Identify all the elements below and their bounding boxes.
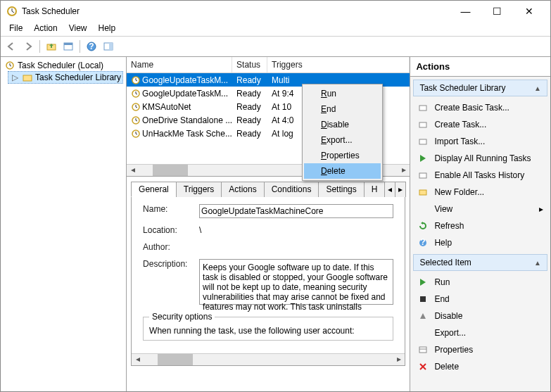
action-label: Enable All Tasks History	[434, 170, 524, 180]
action-icon	[417, 186, 429, 198]
menu-view[interactable]: View	[63, 22, 93, 36]
context-menu-run[interactable]: Run	[304, 86, 381, 101]
tree-library[interactable]: ▷ Task Scheduler Library	[8, 71, 123, 84]
list-header: Name Status Triggers	[127, 57, 410, 73]
tab-history[interactable]: H	[364, 182, 386, 197]
action-label: Disable	[434, 311, 462, 321]
task-name: GoogleUpdateTaskM...	[142, 89, 228, 99]
col-name[interactable]: Name	[127, 57, 232, 72]
chevron-right-icon: ▸	[539, 204, 543, 214]
action-icon	[417, 310, 429, 322]
actions-section-selected[interactable]: Selected Item ▲	[413, 254, 547, 271]
context-menu-delete[interactable]: Delete	[304, 163, 381, 179]
col-status[interactable]: Status	[232, 57, 267, 72]
detail-horizontal-scrollbar[interactable]: ◂▸	[132, 353, 405, 365]
action-icon	[417, 203, 429, 215]
close-button[interactable]: ✕	[513, 1, 545, 21]
tab-scroll-left[interactable]: ◂	[384, 182, 395, 197]
action-icon	[417, 102, 429, 113]
action-import-task-[interactable]: Import Task...	[413, 133, 547, 150]
clock-icon	[131, 129, 141, 139]
help-icon[interactable]: ?	[84, 39, 99, 54]
col-triggers[interactable]: Triggers	[267, 57, 410, 72]
action-label: Create Task...	[434, 120, 486, 129]
svg-rect-23	[419, 347, 426, 353]
name-field[interactable]	[199, 204, 393, 218]
tree-root[interactable]: Task Scheduler (Local)	[4, 60, 123, 71]
tab-settings[interactable]: Settings	[318, 182, 364, 197]
context-menu: RunEndDisableExport...PropertiesDelete	[302, 84, 383, 181]
tab-conditions[interactable]: Conditions	[264, 182, 319, 197]
action-label: Import Task...	[434, 137, 485, 146]
action-run[interactable]: Run	[413, 274, 547, 291]
minimize-button[interactable]: —	[450, 1, 481, 21]
tab-actions[interactable]: Actions	[221, 182, 264, 197]
expand-icon[interactable]: ▷	[10, 72, 20, 82]
folder-icon	[23, 72, 32, 82]
task-name: KMSAutoNet	[142, 102, 191, 112]
menu-help[interactable]: Help	[93, 22, 122, 36]
action-label: Create Basic Task...	[434, 103, 509, 113]
location-label: Location:	[143, 225, 199, 235]
pane-icon-1[interactable]	[61, 39, 76, 54]
description-label: Description:	[143, 259, 199, 269]
clock-icon	[5, 61, 15, 70]
action-disable[interactable]: Disable	[413, 308, 547, 324]
action-help[interactable]: ?Help	[413, 234, 547, 251]
svg-rect-9	[23, 75, 32, 81]
description-field[interactable]: Keeps your Google software up to date. I…	[199, 259, 393, 305]
task-name: UnHackMe Task Sche...	[142, 129, 232, 139]
action-display-all-running-tasks[interactable]: Display All Running Tasks	[413, 150, 547, 167]
menu-file[interactable]: File	[4, 22, 28, 36]
task-name: OneDrive Standalone ...	[142, 115, 232, 125]
tab-triggers[interactable]: Triggers	[176, 182, 222, 197]
context-menu-disable[interactable]: Disable	[304, 117, 381, 132]
forward-button[interactable]	[20, 39, 36, 54]
action-icon	[417, 220, 429, 232]
maximize-button[interactable]: ☐	[481, 1, 513, 21]
task-status: Ready	[232, 128, 267, 139]
action-new-folder-[interactable]: New Folder...	[413, 184, 547, 201]
action-enable-all-tasks-history[interactable]: Enable All Tasks History	[413, 167, 547, 184]
tree-library-label: Task Scheduler Library	[35, 72, 121, 82]
action-refresh[interactable]: Refresh	[413, 217, 547, 234]
folder-up-icon[interactable]	[44, 39, 59, 54]
toolbar: ?	[1, 36, 550, 57]
action-label: Refresh	[434, 221, 464, 231]
pane-icon-2[interactable]	[101, 39, 116, 54]
actions-section-library[interactable]: Task Scheduler Library ▲	[413, 80, 547, 96]
back-button[interactable]	[4, 39, 19, 54]
action-end[interactable]: End	[413, 291, 547, 308]
action-icon	[417, 361, 429, 372]
action-export-[interactable]: Export...	[413, 324, 547, 341]
action-create-basic-task-[interactable]: Create Basic Task...	[413, 99, 547, 116]
title-bar: Task Scheduler — ☐ ✕	[1, 1, 550, 22]
collapse-icon[interactable]: ▲	[534, 259, 541, 267]
menu-bar: File Action View Help	[1, 22, 550, 36]
tab-scroll-right[interactable]: ▸	[395, 182, 406, 197]
action-icon	[417, 327, 429, 339]
task-status: Ready	[232, 88, 267, 99]
svg-rect-16	[419, 122, 426, 127]
context-menu-properties[interactable]: Properties	[304, 148, 381, 163]
action-properties[interactable]: Properties	[413, 341, 547, 358]
action-delete[interactable]: Delete	[413, 358, 547, 375]
task-status: Ready	[232, 101, 267, 113]
tab-general[interactable]: General	[131, 182, 177, 197]
action-icon	[417, 277, 429, 288]
clock-icon	[131, 115, 141, 125]
svg-rect-3	[64, 43, 72, 45]
svg-rect-19	[419, 190, 426, 195]
task-status: Ready	[232, 115, 267, 126]
collapse-icon[interactable]: ▲	[534, 84, 541, 92]
action-create-task-[interactable]: Create Task...	[413, 116, 547, 133]
context-menu-export[interactable]: Export...	[304, 132, 381, 148]
action-label: New Folder...	[434, 187, 484, 197]
action-label: End	[434, 294, 449, 304]
context-menu-end[interactable]: End	[304, 101, 381, 117]
menu-action[interactable]: Action	[28, 22, 63, 36]
action-view[interactable]: View▸	[413, 201, 547, 217]
action-icon	[417, 136, 429, 147]
action-icon	[417, 153, 429, 164]
detail-pane: General Triggers Actions Conditions Sett…	[127, 177, 410, 391]
